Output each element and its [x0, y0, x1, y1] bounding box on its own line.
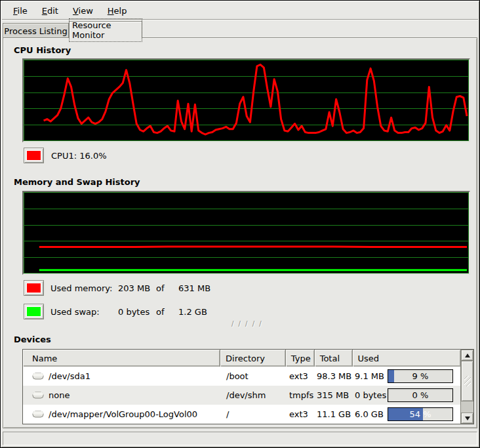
pane-resize-grip[interactable]: / / / / /: [231, 320, 263, 327]
column-header-used[interactable]: Used: [353, 350, 461, 367]
swap-color-swatch[interactable]: [24, 304, 44, 319]
status-bar: [3, 432, 477, 445]
swap-legend: Used swap: 0 bytes of 1.2 GB: [24, 303, 207, 320]
swap-total-value: 1.2 GB: [178, 307, 207, 317]
arrow-up-icon: [465, 354, 470, 357]
swap-of-text: of: [156, 307, 178, 317]
memory-color-swatch[interactable]: [24, 280, 44, 296]
usage-progress-bar: 54 %: [388, 407, 453, 421]
menu-bar: File Edit View Help: [2, 2, 478, 20]
disk-icon: [32, 391, 44, 399]
thumb-grip-icon: [464, 376, 471, 386]
arrow-down-icon: [465, 417, 470, 420]
memory-legend-label: Used memory:: [50, 283, 118, 293]
memory-used-value: 203 MB: [118, 283, 156, 293]
scrollbar-down-button[interactable]: [461, 413, 473, 424]
menu-view[interactable]: View: [66, 2, 100, 19]
tab-process-listing[interactable]: Process Listing: [3, 23, 69, 39]
scrollbar-thumb[interactable]: [461, 361, 473, 401]
column-header-directory[interactable]: Directory: [220, 350, 286, 367]
cpu-history-graph: [22, 58, 470, 142]
table-row[interactable]: /dev/mapper/VolGroup00-LogVol00 / ext3 1…: [23, 405, 460, 424]
devices-table: Name Directory Type Total Used /dev/sda1: [22, 349, 474, 424]
scrollbar-up-button[interactable]: [461, 350, 473, 361]
disk-icon: [32, 372, 44, 380]
usage-progress-bar: 0 %: [388, 388, 453, 402]
cpu-color-swatch[interactable]: [24, 148, 44, 163]
memory-of-text: of: [156, 283, 178, 293]
swap-legend-label: Used swap:: [50, 307, 118, 317]
memory-history-title: Memory and Swap History: [14, 177, 140, 187]
memory-history-graph: [22, 191, 470, 275]
vertical-scrollbar[interactable]: [460, 350, 473, 424]
column-header-name[interactable]: Name: [23, 350, 220, 367]
table-row[interactable]: /dev/sda1 /boot ext3 98.3 MB 9.1 MB 9 %: [23, 367, 460, 386]
table-row[interactable]: none /dev/shm tmpfs 315 MB 0 bytes 0 %: [23, 386, 460, 405]
menu-help[interactable]: Help: [100, 2, 134, 19]
menu-file[interactable]: File: [6, 2, 35, 19]
cpu-legend-label: CPU1: 16.0%: [51, 151, 107, 161]
memory-total-value: 631 MB: [178, 283, 210, 293]
memory-legend: Used memory: 203 MB of 631 MB: [24, 279, 210, 296]
scrollbar-track[interactable]: [461, 401, 473, 413]
disk-icon: [32, 410, 44, 418]
tab-bar: Process Listing Resource Monitor: [3, 21, 477, 38]
menu-edit[interactable]: Edit: [35, 2, 66, 19]
resource-monitor-panel: CPU History CPU1: 16.0% Memory and Swap …: [3, 37, 477, 428]
devices-table-header: Name Directory Type Total Used: [23, 350, 460, 367]
system-monitor-window: File Edit View Help Process Listing Reso…: [0, 0, 480, 448]
devices-title: Devices: [14, 335, 51, 344]
column-header-type[interactable]: Type: [286, 350, 315, 367]
column-header-total[interactable]: Total: [315, 350, 353, 367]
cpu-legend: CPU1: 16.0%: [24, 147, 107, 164]
tab-resource-monitor[interactable]: Resource Monitor: [69, 21, 142, 39]
swap-used-value: 0 bytes: [118, 307, 156, 317]
usage-progress-bar: 9 %: [388, 369, 453, 383]
cpu-history-title: CPU History: [14, 45, 71, 55]
